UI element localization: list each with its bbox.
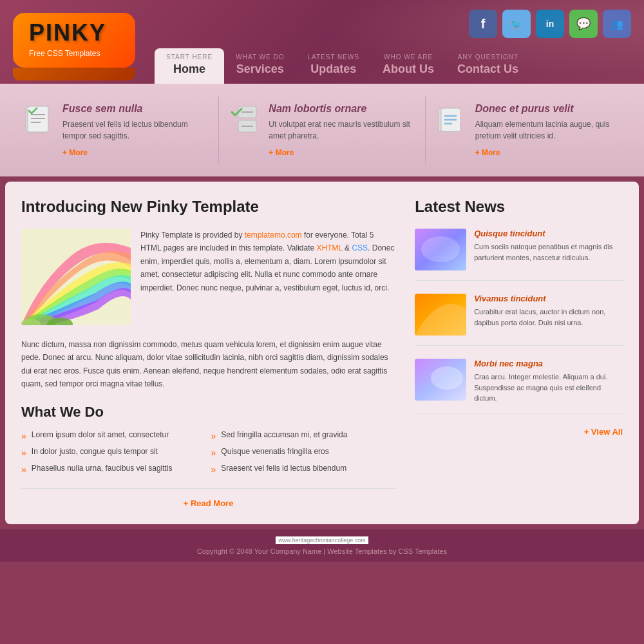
news-title-3[interactable]: Morbi nec magna [474, 359, 623, 368]
feature-1-icon [23, 103, 55, 135]
read-more-button[interactable]: + Read More [21, 488, 395, 508]
feature-2-content: Nam lobortis ornare Ut volutpat erat nec… [269, 103, 415, 157]
feature-3-desc: Aliquam elementum lacinia augue, quis pr… [475, 118, 621, 142]
templatemo-link[interactable]: templatemo.com [245, 231, 302, 240]
twitter-icon[interactable]: 🐦 [502, 10, 531, 38]
right-column: Latest News Quisque t [415, 198, 623, 508]
intro-title: Introducing New Pinky Template [21, 198, 395, 216]
header: PINKY Free CSS Templates f 🐦 in 💬 👥 STAR… [0, 0, 644, 84]
intro-text-2: Nunc dictum, massa non dignissim commodo… [21, 338, 395, 391]
feature-1-desc: Praesent vel felis id lectus bibendum te… [62, 118, 209, 142]
news-item-1: Quisque tincidunt Cum sociis natoque pen… [415, 229, 623, 281]
wwd-item-3: » Phasellus nulla urna, faucibus vel sag… [21, 464, 206, 475]
latest-news-title: Latest News [415, 198, 623, 216]
news-title-2[interactable]: Vivamus tincidunt [474, 294, 623, 303]
linkedin-icon[interactable]: in [536, 10, 564, 38]
wwd-arrow-3: » [21, 464, 26, 475]
wwd-item-6: » Sraesent vel felis id lectus bibendum [211, 464, 396, 475]
nav-services[interactable]: WHAT WE DO Services [224, 48, 296, 84]
news-title-1[interactable]: Quisque tincidunt [474, 229, 623, 238]
nav-contact[interactable]: ANY QUESTION? Contact Us [446, 48, 530, 84]
wwd-arrow-5: » [211, 447, 216, 459]
wwd-arrow-4: » [211, 430, 216, 442]
intro-image [21, 229, 131, 325]
news-thumb-3 [415, 359, 466, 401]
news-content-2: Vivamus tincidunt Curabitur erat lacus, … [474, 294, 623, 336]
wwd-item-2: » In dolor justo, congue quis tempor sit [21, 447, 206, 459]
facebook-icon[interactable]: f [469, 10, 497, 38]
wwd-item-4: » Sed fringilla accumsan mi, et gravida [211, 430, 396, 442]
feature-3-more[interactable]: + More [475, 148, 621, 157]
left-column: Introducing New Pinky Template [21, 198, 395, 508]
wwd-arrow-2: » [21, 447, 26, 459]
news-item-2: Vivamus tincidunt Curabitur erat lacus, … [415, 294, 623, 346]
feature-1-content: Fusce sem nulla Praesent vel felis id le… [62, 103, 209, 157]
wwd-arrow-6: » [211, 464, 216, 475]
feature-2-desc: Ut volutpat erat nec mauris vestibulum s… [269, 118, 415, 142]
wwd-item-5: » Quisque venenatis fringilla eros [211, 447, 396, 459]
news-desc-3: Cras arcu. Integer molestie. Aliquam a d… [474, 372, 623, 404]
feature-1-more[interactable]: + More [62, 148, 209, 157]
intro-text-1: Pinky Template is provided by templatemo… [140, 229, 395, 325]
nav-updates[interactable]: LATEST NEWS Updates [296, 48, 371, 84]
wwd-arrow-1: » [21, 430, 26, 442]
feature-2-more[interactable]: + More [269, 148, 415, 157]
news-content-3: Morbi nec magna Cras arcu. Integer moles… [474, 359, 623, 404]
feature-2-icon [229, 103, 261, 135]
news-item-3: Morbi nec magna Cras arcu. Integer moles… [415, 359, 623, 414]
nav-about[interactable]: WHO WE ARE About Us [371, 48, 446, 84]
features-bar: Fusce sem nulla Praesent vel felis id le… [0, 84, 644, 176]
news-desc-2: Curabitur erat lacus, auctor in dictum n… [474, 307, 623, 328]
feature-3-title: Donec et purus velit [475, 103, 621, 115]
feature-1: Fusce sem nulla Praesent vel felis id le… [13, 97, 219, 164]
feature-3: Donec et purus velit Aliquam elementum l… [426, 97, 631, 164]
network-icon[interactable]: 👥 [603, 10, 631, 38]
feature-1-title: Fusce sem nulla [62, 103, 209, 115]
feature-3-content: Donec et purus velit Aliquam elementum l… [475, 103, 621, 157]
wwd-item-1: » Lorem ipsum dolor sit amet, consectetu… [21, 430, 206, 442]
feature-2-title: Nam lobortis ornare [269, 103, 415, 115]
intro-body: Pinky Template is provided by templatemo… [21, 229, 395, 325]
news-thumb-2 [415, 294, 466, 336]
svg-point-20 [421, 236, 460, 262]
feature-2: Nam lobortis ornare Ut volutpat erat nec… [219, 97, 425, 164]
copyright: Copyright © 2048 Your Company Name | Web… [6, 547, 638, 555]
news-content-1: Quisque tincidunt Cum sociis natoque pen… [474, 229, 623, 270]
footer: www.heritagechristiancollege.com Copyrig… [0, 529, 644, 562]
feature-3-icon [435, 103, 468, 135]
logo-title: PINKY [29, 19, 119, 46]
watermark: www.heritagechristiancollege.com [276, 536, 368, 544]
logo-area: PINKY Free CSS Templates [13, 13, 135, 68]
social-icons: f 🐦 in 💬 👥 [469, 10, 631, 38]
nav-home[interactable]: START HERE Home [155, 48, 224, 84]
news-thumb-1 [415, 229, 466, 270]
main-content: Introducing New Pinky Template [5, 182, 639, 524]
logo-tagline: Free CSS Templates [29, 49, 119, 58]
message-icon[interactable]: 💬 [569, 10, 598, 38]
what-we-do-title: What We Do [21, 404, 395, 421]
view-all-button[interactable]: + View All [415, 427, 623, 437]
svg-point-23 [431, 366, 463, 390]
news-desc-1: Cum sociis natoque penatibus et magnis d… [474, 242, 623, 263]
wwd-list: » Lorem ipsum dolor sit amet, consectetu… [21, 430, 395, 476]
